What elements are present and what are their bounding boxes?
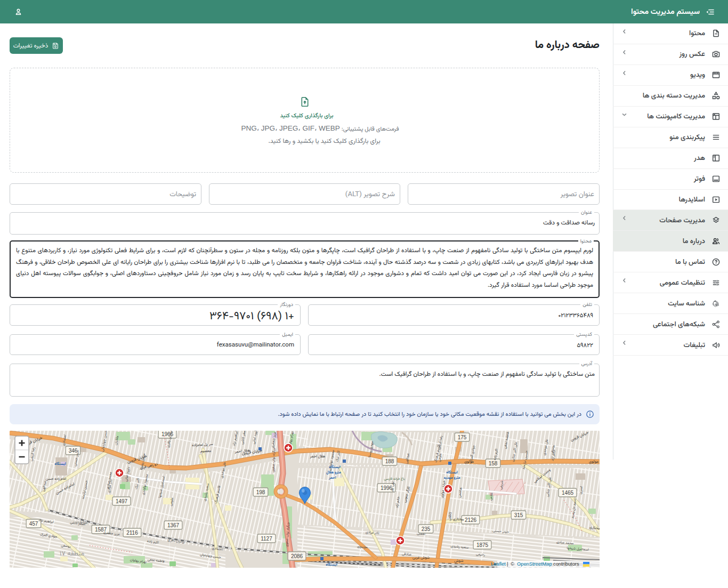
svg-text:ایستگاه: ایستگاه	[54, 461, 66, 467]
svg-text:احمر: احمر	[328, 475, 336, 481]
svg-text:مترو مهدیه: مترو مهدیه	[443, 475, 460, 481]
svg-text:منطقه ۱۷: منطقه ۱۷	[60, 549, 85, 559]
svg-text:2086: 2086	[291, 553, 303, 559]
svg-text:نعمتی: نعمتی	[417, 530, 426, 537]
svg-text:457: 457	[29, 521, 38, 527]
svg-text:ایستگاه: ایستگاه	[326, 562, 337, 568]
svg-text:شوش غربی: شوش غربی	[412, 555, 430, 561]
svg-text:1875: 1875	[476, 542, 489, 548]
svg-text:2116: 2116	[126, 530, 138, 536]
svg-text:1465: 1465	[562, 490, 574, 496]
svg-text:غلامی: غلامی	[488, 492, 495, 501]
svg-text:امیری: امیری	[578, 486, 585, 495]
svg-text:نادر مرادی: نادر مرادی	[365, 529, 379, 536]
svg-text:contributors: contributors	[553, 561, 579, 567]
svg-text:رحیمی: رحیمی	[476, 551, 486, 558]
svg-text:198: 198	[256, 489, 265, 495]
svg-text:Leaflet: Leaflet	[491, 561, 506, 567]
svg-text:1367: 1367	[167, 522, 180, 528]
svg-text:مولوی: مولوی	[464, 458, 474, 465]
svg-text:188: 188	[385, 458, 394, 464]
svg-text:©: ©	[511, 561, 514, 567]
svg-text:امام زاده حسن: امام زاده حسن	[46, 476, 67, 482]
svg-text:سر پل امامزاده: سر پل امامزاده	[192, 441, 213, 448]
svg-text:هلال احمر: هلال احمر	[310, 454, 326, 460]
svg-text:صادقی: صادقی	[402, 551, 412, 558]
svg-text:معصوم: معصوم	[200, 448, 211, 454]
svg-text:باغ خزانه فارسی: باغ خزانه فارسی	[384, 476, 405, 481]
svg-text:شوش: شوش	[455, 558, 464, 564]
svg-text:|: |	[507, 561, 508, 567]
svg-text:1497: 1497	[116, 498, 128, 504]
svg-text:موسوی: موسوی	[357, 544, 368, 551]
svg-text:OpenStreetMap: OpenStreetMap	[517, 561, 552, 567]
svg-text:175: 175	[458, 434, 467, 440]
svg-text:158: 158	[489, 461, 498, 466]
svg-text:1127: 1127	[261, 536, 272, 542]
svg-text:2126: 2126	[465, 517, 477, 523]
svg-text:مولوی: مولوی	[589, 458, 598, 465]
svg-text:315: 315	[514, 512, 523, 518]
svg-text:بزرگراه نواب صفوی: بزرگراه نواب صفوی	[270, 448, 277, 473]
svg-text:مختاری: مختاری	[453, 516, 464, 522]
